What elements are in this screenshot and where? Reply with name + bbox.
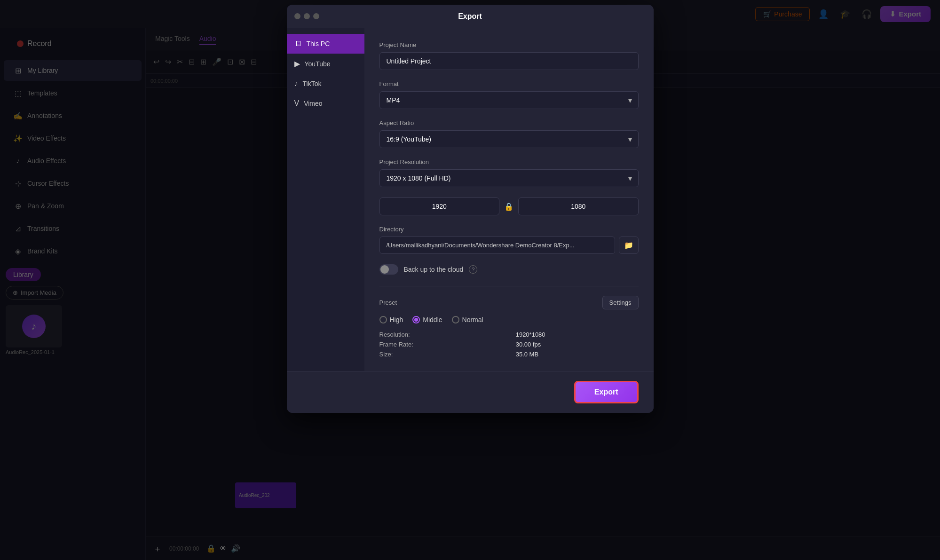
resolution-detail-label: Resolution: <box>379 331 506 338</box>
maximize-traffic-light[interactable] <box>313 13 319 19</box>
this-pc-icon: 🖥 <box>294 39 302 48</box>
width-input[interactable] <box>379 197 500 215</box>
preset-label: Preset <box>379 299 397 306</box>
radio-normal[interactable] <box>452 316 459 323</box>
youtube-icon: ▶ <box>294 59 300 68</box>
toggle-knob <box>380 265 389 274</box>
app-container: Untitled Project 🛒 Purchase 👤 🎓 🎧 ⬇ Expo… <box>0 0 940 560</box>
resolution-select-wrapper: 1920 x 1080 (Full HD) 1280 x 720 (HD) 38… <box>379 169 639 187</box>
project-name-label: Project Name <box>379 41 639 48</box>
aspect-ratio-label: Aspect Ratio <box>379 119 639 126</box>
radio-middle[interactable] <box>412 316 420 323</box>
modal-main-form: Project Name Format MP4 MOV AVI GIF <box>364 28 654 371</box>
resolution-group: Project Resolution 1920 x 1080 (Full HD)… <box>379 158 639 187</box>
resolution-row: 🔒 <box>379 197 639 215</box>
format-select-wrapper: MP4 MOV AVI GIF MP3 <box>379 91 639 109</box>
preset-middle[interactable]: Middle <box>412 316 442 323</box>
modal-nav-vimeo[interactable]: V Vimeo <box>287 94 364 113</box>
modal-nav-youtube[interactable]: ▶ YouTube <box>287 54 364 74</box>
framerate-detail-value: 30.00 fps <box>516 341 639 348</box>
format-select[interactable]: MP4 MOV AVI GIF MP3 <box>379 91 639 109</box>
resolution-label: Project Resolution <box>379 158 639 166</box>
aspect-ratio-select-wrapper: 16:9 (YouTube) 9:16 (TikTok) 1:1 (Square… <box>379 130 639 148</box>
project-name-input[interactable] <box>379 52 639 70</box>
preset-header: Preset Settings <box>379 296 639 309</box>
close-traffic-light[interactable] <box>294 13 300 19</box>
preset-settings-button[interactable]: Settings <box>602 296 639 309</box>
aspect-ratio-select[interactable]: 16:9 (YouTube) 9:16 (TikTok) 1:1 (Square… <box>379 130 639 148</box>
directory-label: Directory <box>379 226 639 233</box>
format-group: Format MP4 MOV AVI GIF MP3 <box>379 80 639 109</box>
tiktok-icon: ♪ <box>294 79 298 88</box>
modal-nav-tiktok[interactable]: ♪ TikTok <box>287 74 364 94</box>
dimensions-group: 🔒 <box>379 197 639 215</box>
project-name-group: Project Name <box>379 41 639 70</box>
modal-overlay: Export 🖥 This PC ▶ YouTube ♪ Ti <box>0 0 940 560</box>
radio-high[interactable] <box>379 316 387 323</box>
format-label: Format <box>379 80 639 87</box>
modal-sidebar: 🖥 This PC ▶ YouTube ♪ TikTok V Vimeo <box>287 28 364 371</box>
directory-group: Directory 📁 <box>379 226 639 254</box>
modal-nav-this-pc[interactable]: 🖥 This PC <box>287 34 364 54</box>
vimeo-icon: V <box>294 99 300 108</box>
modal-header: Export <box>287 5 654 28</box>
traffic-lights <box>294 13 319 19</box>
modal-title: Export <box>458 12 482 21</box>
cloud-label: Back up to the cloud <box>404 266 464 273</box>
directory-input[interactable] <box>379 237 615 254</box>
resolution-detail-value: 1920*1080 <box>516 331 639 338</box>
preset-normal[interactable]: Normal <box>452 316 483 323</box>
preset-options: High Middle Normal <box>379 316 639 323</box>
height-input[interactable] <box>518 197 639 215</box>
divider <box>379 286 639 286</box>
preset-section: Preset Settings High <box>379 296 639 358</box>
directory-row: 📁 <box>379 237 639 254</box>
preset-details: Resolution: 1920*1080 Frame Rate: 30.00 … <box>379 331 639 358</box>
export-modal: Export 🖥 This PC ▶ YouTube ♪ Ti <box>287 5 654 413</box>
aspect-ratio-group: Aspect Ratio 16:9 (YouTube) 9:16 (TikTok… <box>379 119 639 148</box>
browse-folder-button[interactable]: 📁 <box>619 237 639 254</box>
help-icon[interactable]: ? <box>469 265 477 274</box>
export-final-button[interactable]: Export <box>574 381 639 403</box>
size-detail-value: 35.0 MB <box>516 351 639 358</box>
cloud-backup-row: Back up to the cloud ? <box>379 264 639 275</box>
modal-footer: Export <box>287 371 654 413</box>
preset-high[interactable]: High <box>379 316 403 323</box>
minimize-traffic-light[interactable] <box>304 13 310 19</box>
cloud-backup-toggle[interactable] <box>379 264 398 275</box>
modal-body: 🖥 This PC ▶ YouTube ♪ TikTok V Vimeo <box>287 28 654 371</box>
lock-icon[interactable]: 🔒 <box>504 202 513 211</box>
size-detail-label: Size: <box>379 351 506 358</box>
framerate-detail-label: Frame Rate: <box>379 341 506 348</box>
resolution-select[interactable]: 1920 x 1080 (Full HD) 1280 x 720 (HD) 38… <box>379 169 639 187</box>
